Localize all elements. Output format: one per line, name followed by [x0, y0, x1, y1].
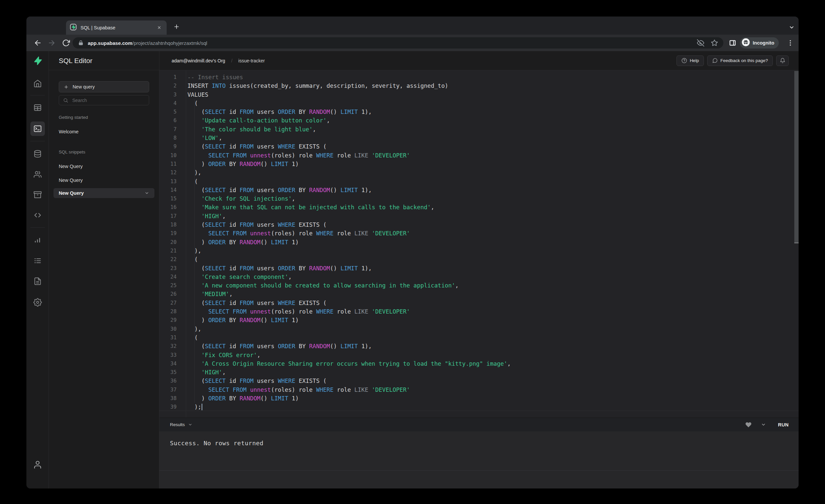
line-number: 22	[159, 255, 186, 264]
storage-icon[interactable]	[33, 190, 42, 199]
chevron-down-icon	[188, 423, 193, 427]
help-circle-icon	[681, 58, 687, 63]
code-line: 29 ) ORDER BY RANDOM() LIMIT 1)	[159, 316, 799, 325]
desktop-background: SQL | Supabase	[0, 0, 825, 504]
line-number: 10	[159, 151, 186, 160]
tab-search-chevron-icon[interactable]	[788, 23, 796, 32]
code-line: 34 'A Cross Origin Resource Sharing erro…	[159, 359, 799, 368]
line-number: 23	[159, 264, 186, 273]
line-number: 35	[159, 368, 186, 377]
code-line: 32 (SELECT id FROM users ORDER BY RANDOM…	[159, 342, 799, 351]
table-editor-icon[interactable]	[33, 103, 42, 112]
code-line: 10 SELECT FROM unnest(roles) role WHERE …	[159, 151, 799, 160]
browser-toolbar: app.supabase.com/project/azahtnhqohyjerz…	[26, 34, 799, 51]
new-tab-icon[interactable]	[172, 22, 181, 31]
plus-icon	[64, 84, 69, 89]
browser-menu-icon[interactable]	[786, 39, 794, 47]
new-query-button[interactable]: New query	[59, 81, 149, 92]
line-number: 4	[159, 99, 186, 107]
code-line: 33 'Fix CORS error',	[159, 351, 799, 359]
results-toolbar: Results RUN	[159, 418, 799, 431]
line-number: 39	[159, 403, 186, 411]
chat-bubble-icon	[712, 58, 718, 63]
query-list-item[interactable]: New Query	[49, 177, 159, 183]
results-dropdown[interactable]: Results	[170, 422, 193, 427]
line-number: 13	[159, 177, 186, 186]
search-input[interactable]	[72, 98, 145, 103]
rail-divider	[30, 95, 45, 95]
bookmark-star-icon[interactable]	[711, 39, 718, 47]
code-line: 4 (	[159, 99, 799, 107]
line-number: 5	[159, 107, 186, 116]
save-options-chevron-icon[interactable]	[761, 422, 766, 427]
forward-icon[interactable]	[48, 39, 56, 47]
query-list-item[interactable]: New Query	[54, 188, 154, 198]
breadcrumb-org[interactable]: adam@windmill.dev's Org	[172, 58, 225, 63]
query-list-item[interactable]: Welcome	[49, 129, 159, 135]
home-icon[interactable]	[33, 79, 42, 88]
auth-users-icon[interactable]	[33, 170, 42, 179]
code-line: 25 'A new component should be created to…	[159, 281, 799, 290]
url-bar[interactable]: app.supabase.com/project/azahtnhqohyjerz…	[73, 37, 723, 49]
line-number: 36	[159, 377, 186, 385]
line-number: 20	[159, 238, 186, 246]
run-button[interactable]: RUN	[778, 422, 789, 427]
browser-tab[interactable]: SQL | Supabase	[66, 20, 167, 34]
supabase-app: SQL Editor New query Getting startedWelc…	[26, 51, 799, 489]
tab-close-icon[interactable]	[155, 24, 163, 31]
line-number: 28	[159, 307, 186, 316]
notifications-button[interactable]	[776, 56, 789, 66]
code-line: 9 (SELECT id FROM users WHERE EXISTS (	[159, 142, 799, 151]
line-number: 38	[159, 394, 186, 403]
nav-rail	[26, 51, 49, 489]
line-number: 34	[159, 359, 186, 368]
code-line: 20 ) ORDER BY RANDOM() LIMIT 1)	[159, 238, 799, 246]
api-code-icon[interactable]	[33, 211, 42, 220]
supabase-logo-icon[interactable]	[33, 56, 42, 65]
code-line: 7 'The color should be light blue',	[159, 125, 799, 134]
sql-editor[interactable]: 1-- Insert issues2INSERT INTO issues(cre…	[159, 70, 799, 418]
gutter-divider	[186, 70, 186, 418]
side-panel-icon[interactable]	[729, 39, 737, 47]
settings-icon[interactable]	[33, 298, 42, 307]
favorite-heart-icon[interactable]	[745, 422, 752, 428]
indent-guide	[195, 99, 195, 403]
code-line: 17 'HIGH',	[159, 212, 799, 220]
line-number: 17	[159, 212, 186, 220]
reports-icon[interactable]	[33, 236, 42, 245]
code-lines: 1-- Insert issues2INSERT INTO issues(cre…	[159, 70, 799, 412]
help-button[interactable]: Help	[676, 56, 704, 66]
database-icon[interactable]	[33, 149, 42, 158]
feedback-button[interactable]: Feedback on this page?	[707, 56, 773, 66]
query-list-item[interactable]: New Query	[49, 163, 159, 169]
line-number: 9	[159, 142, 186, 151]
url-text: app.supabase.com/project/azahtnhqohyjerz…	[88, 40, 207, 46]
section-label: Getting started	[49, 115, 159, 120]
results-label: Results	[170, 422, 185, 427]
back-icon[interactable]	[34, 39, 42, 47]
breadcrumb-project[interactable]: issue-tracker	[238, 58, 265, 63]
line-number: 1	[159, 73, 186, 81]
logs-icon[interactable]	[33, 256, 42, 265]
vertical-scrollbar-thumb[interactable]	[794, 71, 799, 242]
bell-icon	[780, 58, 785, 63]
url-host: app.supabase.com	[88, 40, 132, 46]
window-close-button[interactable]	[61, 23, 66, 29]
line-number: 6	[159, 116, 186, 125]
docs-icon[interactable]	[33, 277, 42, 286]
line-number: 26	[159, 290, 186, 298]
reload-icon[interactable]	[62, 39, 70, 47]
code-line: 19 SELECT FROM unnest(roles) role WHERE …	[159, 229, 799, 238]
code-line: 15 'Check for SQL injections',	[159, 195, 799, 203]
horizontal-scrollbar-track	[159, 411, 799, 411]
line-number: 3	[159, 90, 186, 99]
line-number: 12	[159, 168, 186, 177]
account-icon[interactable]	[33, 460, 42, 470]
code-line: 22 (	[159, 255, 799, 264]
sql-editor-icon[interactable]	[30, 122, 45, 136]
line-number: 2	[159, 81, 186, 90]
search-box[interactable]	[59, 95, 149, 105]
line-number: 24	[159, 273, 186, 281]
code-line: 3VALUES	[159, 90, 799, 99]
eye-off-icon[interactable]	[697, 39, 704, 47]
